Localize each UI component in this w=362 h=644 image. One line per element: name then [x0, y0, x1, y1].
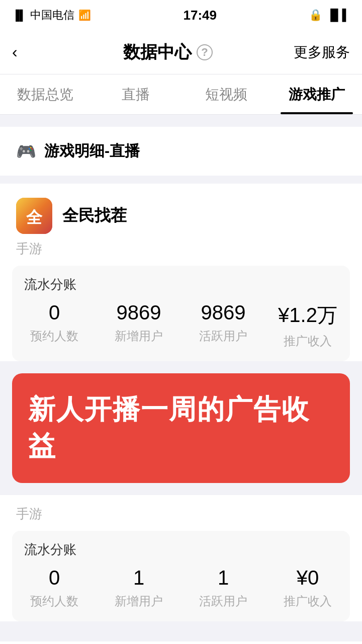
stat-value-newuser-1: 9869	[117, 301, 161, 324]
help-icon[interactable]: ?	[197, 44, 213, 60]
stat-newuser-1: 9869 新增用户	[97, 301, 181, 349]
status-left: ▐▌ 中国电信 📶	[12, 8, 91, 23]
stats-card-1: 流水分账 0 预约人数 9869 新增用户 9869 活跃用户 ¥1.2万 推广…	[12, 266, 350, 361]
stat-label-reservation-2: 预约人数	[30, 593, 78, 609]
tab-overview[interactable]: 数据总览	[0, 74, 90, 114]
header: ‹ 数据中心 ? 更多服务	[0, 30, 362, 74]
tab-video[interactable]: 短视频	[181, 74, 272, 114]
tab-game[interactable]: 游戏推广	[272, 74, 362, 114]
game-header-1: 全 全民找茬	[0, 184, 362, 238]
status-bar: ▐▌ 中国电信 📶 17:49 🔒 ▐▌▌	[0, 0, 362, 30]
stat-value-reservation-1: 0	[49, 301, 60, 324]
stat-value-reservation-2: 0	[49, 567, 60, 589]
gamepad-icon: 🎮	[16, 142, 36, 161]
wifi-icon: 📶	[78, 9, 91, 21]
promo-banner-text: 新人开播一周的广告收益	[28, 391, 334, 465]
stats-card-2: 流水分账 0 预约人数 1 新增用户 1 活跃用户 ¥0 推广收入	[12, 531, 350, 621]
stat-value-revenue-1: ¥1.2万	[278, 301, 337, 329]
stat-label-revenue-1: 推广收入	[284, 333, 332, 349]
header-title: 数据中心 ?	[123, 41, 213, 64]
section-header: 🎮 游戏明细-直播	[0, 127, 362, 176]
stat-activeuser-2: 1 活跃用户	[181, 567, 265, 609]
stats-card-title-1: 流水分账	[12, 266, 350, 301]
more-services-button[interactable]: 更多服务	[294, 43, 350, 62]
stat-label-activeuser-1: 活跃用户	[199, 328, 247, 344]
status-time: 17:49	[184, 8, 217, 23]
stat-reservation-2: 0 预约人数	[12, 567, 97, 609]
stat-value-newuser-2: 1	[133, 567, 144, 589]
stat-label-activeuser-2: 活跃用户	[199, 593, 247, 609]
stat-value-revenue-2: ¥0	[297, 567, 319, 589]
battery-icon: ▐▌▌	[326, 9, 350, 22]
lock-icon: 🔒	[309, 9, 322, 22]
game-name-1: 全民找茬	[62, 205, 127, 227]
title-text: 数据中心	[123, 41, 192, 64]
game-block-3: 无敌脑洞 手游 流水分账	[0, 641, 362, 644]
stat-revenue-1: ¥1.2万 推广收入	[265, 301, 350, 349]
stat-label-reservation-1: 预约人数	[30, 328, 78, 344]
stats-row-2: 0 预约人数 1 新增用户 1 活跃用户 ¥0 推广收入	[12, 567, 350, 621]
game-type-2: 手游	[0, 495, 362, 531]
stat-newuser-2: 1 新增用户	[97, 567, 181, 609]
back-button[interactable]: ‹	[12, 43, 42, 61]
stats-card-title-2: 流水分账	[12, 531, 350, 567]
tab-live[interactable]: 直播	[90, 74, 181, 114]
stat-activeuser-1: 9869 活跃用户	[181, 301, 265, 349]
game-block-1: 全 全民找茬 手游 流水分账 0 预约人数 9869 新增用户 9869 活跃用…	[0, 184, 362, 361]
stat-label-revenue-2: 推广收入	[284, 593, 332, 609]
divider-1	[0, 633, 362, 641]
stats-row-1: 0 预约人数 9869 新增用户 9869 活跃用户 ¥1.2万 推广收入	[12, 301, 350, 361]
stat-value-activeuser-2: 1	[218, 567, 229, 589]
content-area: 🎮 游戏明细-直播 全 全民找茬 手游	[0, 115, 362, 644]
signal-icon: ▐▌	[12, 10, 26, 21]
section-title: 游戏明细-直播	[44, 141, 140, 162]
stat-label-newuser-2: 新增用户	[115, 593, 163, 609]
tab-bar: 数据总览 直播 短视频 游戏推广	[0, 74, 362, 115]
game-icon-1: 全	[16, 198, 52, 234]
promo-banner: 新人开播一周的广告收益	[12, 373, 350, 483]
game-block-2: 手游 流水分账 0 预约人数 1 新增用户 1 活跃用户 ¥0 推广收入	[0, 495, 362, 621]
game-type-1: 手游	[0, 238, 362, 266]
status-right: 🔒 ▐▌▌	[309, 9, 350, 22]
svg-text:全: 全	[26, 208, 43, 226]
carrier-label: 中国电信	[30, 8, 74, 23]
stat-value-activeuser-1: 9869	[201, 301, 246, 324]
stat-reservation-1: 0 预约人数	[12, 301, 97, 349]
game-header-3: 无敌脑洞	[0, 641, 362, 644]
stat-revenue-2: ¥0 推广收入	[265, 567, 350, 609]
stat-label-newuser-1: 新增用户	[115, 328, 163, 344]
